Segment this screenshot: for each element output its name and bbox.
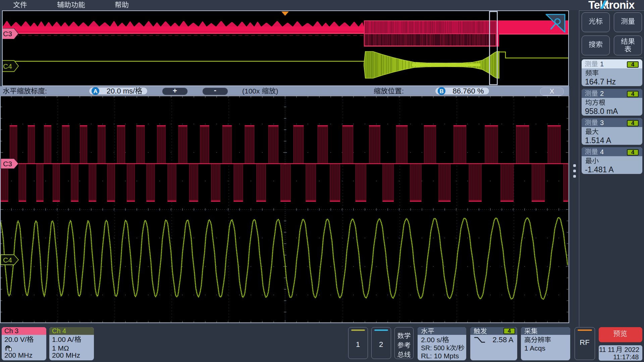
svg-text:4: 4 [600, 148, 604, 156]
svg-text:20.0 ms/: 20.0 ms/ [107, 87, 135, 95]
svg-text:4: 4 [631, 120, 635, 126]
svg-text:200 MHz: 200 MHz [52, 351, 80, 359]
svg-text:C3: C3 [3, 30, 12, 38]
svg-text:20.0 V/: 20.0 V/ [4, 336, 27, 343]
svg-text:SR: 500 k: SR: 500 k [421, 344, 450, 352]
svg-text:1: 1 [356, 340, 360, 349]
svg-text:RF: RF [580, 338, 589, 347]
svg-text:11 11: 11 11 [599, 346, 615, 353]
svg-text:1 Acqs: 1 Acqs [524, 344, 545, 352]
svg-text:4: 4 [508, 328, 511, 334]
svg-text::: : [45, 87, 47, 95]
svg-text:1 MΩ: 1 MΩ [52, 344, 69, 352]
svg-text:164.7 Hz: 164.7 Hz [585, 77, 616, 86]
svg-text:X: X [550, 87, 554, 95]
svg-text:B: B [439, 88, 443, 95]
svg-text:1: 1 [600, 60, 604, 68]
svg-text:1.00 A/: 1.00 A/ [52, 336, 74, 343]
svg-text:4: 4 [631, 91, 635, 97]
svg-text:Ch 4: Ch 4 [52, 327, 66, 335]
svg-text:A: A [93, 88, 97, 95]
svg-text:/: / [456, 344, 458, 352]
svg-text:2: 2 [379, 340, 383, 349]
svg-text:2.58 A: 2.58 A [492, 336, 514, 344]
svg-text:958.0 mA: 958.0 mA [585, 107, 618, 116]
svg-text:3: 3 [600, 119, 604, 126]
svg-text:C3: C3 [3, 160, 12, 168]
svg-text::: : [402, 87, 404, 95]
svg-text:Ch 3: Ch 3 [4, 327, 18, 335]
svg-text:Tektronix: Tektronix [588, 0, 635, 11]
svg-text:-1.481 A: -1.481 A [585, 165, 614, 174]
svg-text:4: 4 [631, 61, 635, 68]
svg-text:200 MHz: 200 MHz [4, 351, 33, 359]
svg-text:11:17:48: 11:17:48 [613, 353, 639, 361]
svg-text:86.760 %: 86.760 % [453, 87, 484, 95]
svg-text:2.00 s/: 2.00 s/ [421, 336, 442, 344]
svg-text:(100x: (100x [242, 87, 262, 95]
svg-text:1.514 A: 1.514 A [585, 136, 611, 145]
svg-text:C4: C4 [3, 62, 12, 70]
svg-text:C4: C4 [3, 256, 12, 264]
svg-text:2: 2 [600, 90, 604, 97]
svg-text:4: 4 [631, 149, 635, 156]
svg-text:RL: 10 Mpts: RL: 10 Mpts [421, 352, 459, 360]
svg-text:+: + [173, 86, 177, 95]
svg-text:): ) [276, 87, 278, 95]
svg-text:2022: 2022 [623, 346, 639, 353]
svg-text:-: - [214, 86, 216, 94]
